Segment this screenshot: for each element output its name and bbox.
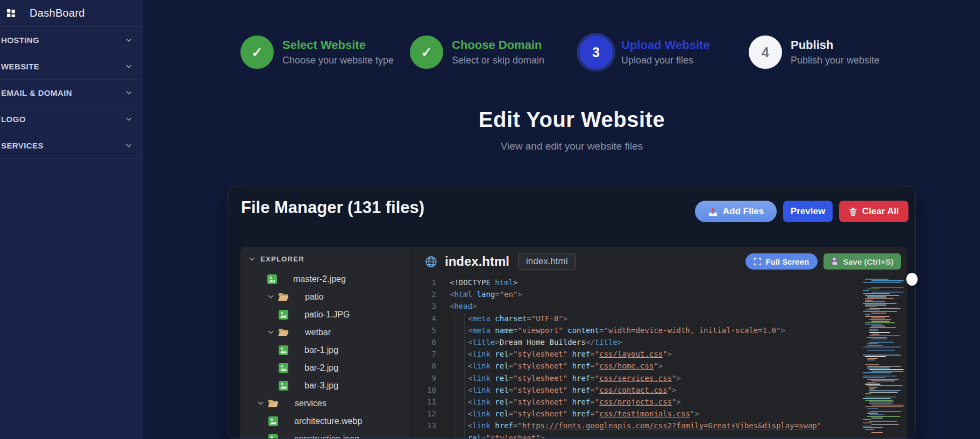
tree-item-label: architecture.webp [294, 416, 362, 426]
code-line: 3<head> [411, 300, 907, 312]
clear-all-button[interactable]: Clear All [839, 201, 908, 222]
chevron-down-icon [125, 63, 132, 70]
indent-guide [456, 314, 456, 438]
code-line: 10 <link rel="stylesheet" href="css/cont… [411, 384, 907, 396]
sidebar-item-services[interactable]: SERVICES [0, 132, 142, 159]
step-indicator: 4 [749, 36, 782, 69]
code-line: 4 <meta charset="UTF-8"> [411, 313, 907, 324]
sidebar-item-label: WEBSITE [1, 62, 39, 71]
code-line: 11 <link rel="stylesheet" href="css/proj… [411, 396, 907, 408]
step-indicator: 3 [579, 36, 613, 69]
tree-file-patio-1-jpg[interactable]: patio-1.JPG [240, 306, 410, 323]
tree-folder-patio[interactable]: patio [240, 288, 410, 306]
sidebar-item-email-domain[interactable]: EMAIL & DOMAIN [0, 80, 142, 106]
sidebar-item-label: EMAIL & DOMAIN [1, 88, 72, 97]
grid-icon [7, 9, 15, 17]
chevron-down-icon [125, 37, 132, 44]
code-line: rel="stylesheet"> [411, 432, 907, 438]
image-file-icon [268, 434, 278, 439]
file-tree: master-2.jpegpatiopatio-1.JPGwetbarbar-1… [240, 268, 410, 438]
line-number: 8 [411, 360, 436, 372]
upload-icon [708, 207, 718, 217]
brand-title: DashBoard [30, 7, 85, 19]
line-number: 5 [411, 324, 436, 336]
sidebar-item-hosting[interactable]: HOSTING [0, 27, 142, 53]
image-file-icon [279, 310, 288, 320]
line-number [411, 432, 436, 438]
image-file-icon [279, 345, 288, 355]
tree-file-bar-2-jpg[interactable]: bar-2.jpg [240, 359, 410, 377]
chevron-down-icon [267, 329, 274, 336]
chevron-down-icon [267, 293, 274, 300]
folder-open-icon [268, 399, 279, 408]
step-upload-website[interactable]: 3Upload WebsiteUpload your files [579, 36, 749, 69]
globe-icon [424, 255, 438, 268]
code-line: 13 <link href="https://fonts.googleapis.… [411, 420, 907, 431]
image-file-icon [279, 363, 288, 373]
code-editor[interactable]: 1<!DOCTYPE html>2<html lang="en">3<head>… [411, 276, 907, 438]
image-file-icon [267, 274, 277, 284]
file-manager-actions: Add Files Preview Clear All [695, 201, 908, 222]
file-manager-title: File Manager (131 files) [241, 198, 424, 217]
editor-file-tab[interactable]: index.html [519, 253, 575, 270]
folder-open-icon [278, 328, 289, 337]
tree-file-bar-3-jpg[interactable]: bar-3.jpg [240, 377, 410, 394]
sidebar-item-label: HOSTING [1, 36, 39, 45]
minimap[interactable] [857, 277, 907, 438]
expand-icon [754, 258, 761, 265]
line-number: 11 [411, 396, 436, 408]
tree-file-bar-1-jpg[interactable]: bar-1.jpg [240, 341, 410, 359]
step-title: Publish [791, 38, 879, 52]
add-files-button[interactable]: Add Files [695, 201, 777, 222]
step-subtitle: Upload your files [621, 55, 710, 66]
wizard-stepper: ✓Select WebsiteChoose your website type✓… [240, 36, 918, 69]
file-manager-panels: EXPLORER master-2.jpegpatiopatio-1.JPGwe… [240, 247, 907, 438]
step-indicator: ✓ [410, 36, 443, 69]
line-number: 13 [411, 420, 436, 431]
explorer-panel: EXPLORER master-2.jpegpatiopatio-1.JPGwe… [240, 247, 411, 438]
sidebar-item-logo[interactable]: LOGO [0, 106, 142, 132]
line-number: 1 [411, 277, 436, 288]
tree-folder-wetbar[interactable]: wetbar [240, 323, 410, 341]
tree-item-label: wetbar [305, 328, 331, 337]
sidebar-item-website[interactable]: WEBSITE [0, 53, 142, 80]
sidebar: DashBoard HOSTINGWEBSITEEMAIL & DOMAINLO… [0, 0, 143, 439]
line-number: 12 [411, 408, 436, 420]
editor-scrollbar-thumb[interactable] [906, 273, 918, 286]
preview-button[interactable]: Preview [783, 201, 833, 222]
line-number: 9 [411, 372, 436, 384]
line-number: 6 [411, 336, 436, 348]
step-indicator: ✓ [240, 36, 274, 69]
tree-file-construction-jpeg[interactable]: construction.jpeg [240, 430, 410, 438]
fullscreen-button[interactable]: Full Screen [745, 253, 818, 270]
editor-file-title: index.html [445, 254, 509, 269]
line-number: 7 [411, 348, 436, 360]
tree-file-architecture-webp[interactable]: architecture.webp [240, 412, 410, 430]
sidebar-item-label: LOGO [1, 115, 26, 124]
step-select-website[interactable]: ✓Select WebsiteChoose your website type [240, 36, 410, 69]
tree-item-label: services [295, 399, 326, 408]
explorer-header[interactable]: EXPLORER [240, 247, 410, 268]
tree-item-label: patio [305, 292, 324, 302]
image-file-icon [268, 416, 278, 426]
trash-icon [849, 207, 857, 216]
step-publish[interactable]: 4PublishPublish your website [749, 36, 918, 69]
chevron-down-icon [125, 89, 132, 96]
line-number: 3 [411, 300, 436, 312]
code-line: 8 <link rel="stylesheet" href="css/home.… [411, 360, 907, 372]
step-subtitle: Choose your website type [282, 55, 394, 66]
code-line: 6 <title>Dream Home Builders</title> [411, 336, 907, 348]
chevron-down-icon [125, 116, 132, 123]
line-number: 4 [411, 313, 436, 324]
save-button[interactable]: Save (Ctrl+S) [823, 253, 901, 270]
sidebar-menu: HOSTINGWEBSITEEMAIL & DOMAINLOGOSERVICES [0, 27, 142, 159]
code-line: 9 <link rel="stylesheet" href="css/servi… [411, 372, 907, 384]
step-title: Upload Website [621, 38, 710, 52]
dashboard-page: DashBoard HOSTINGWEBSITEEMAIL & DOMAINLO… [0, 0, 980, 439]
page-subtitle: View and edit your website files [228, 140, 916, 152]
step-title: Select Website [282, 38, 394, 52]
step-choose-domain[interactable]: ✓Choose DomainSelect or skip domain [410, 36, 579, 69]
step-subtitle: Select or skip domain [452, 55, 544, 66]
tree-folder-services[interactable]: services [240, 394, 410, 412]
tree-file-master-2-jpeg[interactable]: master-2.jpeg [240, 270, 410, 288]
